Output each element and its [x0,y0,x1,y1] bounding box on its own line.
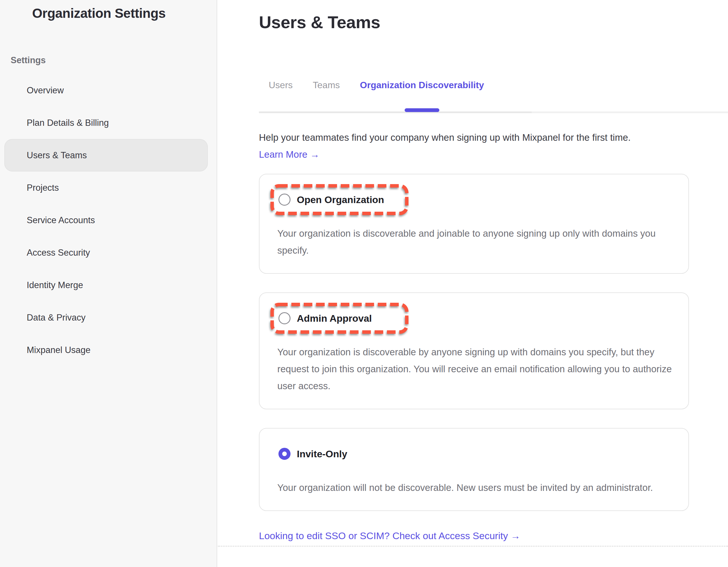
radio-admin-approval[interactable] [278,312,291,324]
access-security-link[interactable]: Looking to edit SSO or SCIM? Check out A… [259,530,520,541]
tab-label: Organization Discoverability [360,80,484,90]
sidebar-item-plan-details-billing[interactable]: Plan Details & Billing [4,107,208,139]
option-label-admin-approval[interactable]: Admin Approval [297,313,372,324]
page-title: Users & Teams [259,12,689,33]
option-card-invite-only: Invite-Only Your organization will not b… [259,428,689,511]
sidebar-item-projects[interactable]: Projects [4,171,208,204]
option-label-invite-only[interactable]: Invite-Only [297,448,347,460]
settings-sidebar: Organization Settings Settings Overview … [0,0,217,567]
sidebar-item-mixpanel-usage[interactable]: Mixpanel Usage [4,334,208,366]
tab-bar: Users Teams Organization Discoverability [259,79,689,91]
active-tab-indicator [404,108,439,112]
sidebar-item-access-security[interactable]: Access Security [4,236,208,269]
sidebar-item-service-accounts[interactable]: Service Accounts [4,204,208,236]
radio-row-open-organization[interactable]: Open Organization [270,184,408,215]
learn-more-link[interactable]: Learn More → [259,149,320,160]
radio-open-organization[interactable] [278,193,291,206]
sidebar-nav: Overview Plan Details & Billing Users & … [0,74,216,366]
option-label-open-organization[interactable]: Open Organization [297,194,384,205]
radio-invite-only[interactable] [278,448,291,460]
sidebar-item-identity-merge[interactable]: Identity Merge [4,269,208,301]
radio-row-admin-approval[interactable]: Admin Approval [270,303,408,334]
sidebar-section-label: Settings [11,55,216,65]
users-teams-page: Users & Teams Users Teams Organization D… [217,0,728,567]
discoverability-intro-text: Help your teammates find your company wh… [259,131,689,144]
bottom-dotted-divider [218,546,728,547]
option-description-invite-only: Your organization will not be discoverab… [277,479,677,496]
sidebar-item-data-privacy[interactable]: Data & Privacy [4,301,208,334]
tab-organization-discoverability[interactable]: Organization Discoverability [360,79,484,91]
option-description-admin-approval: Your organization is discoverable by any… [277,344,677,394]
option-card-admin-approval: Admin Approval Your organization is disc… [259,293,689,409]
option-description-open-organization: Your organization is discoverable and jo… [277,225,677,259]
tab-divider-line [259,111,728,113]
radio-row-invite-only[interactable]: Invite-Only [270,438,408,469]
tab-teams[interactable]: Teams [313,79,340,91]
sidebar-item-users-teams[interactable]: Users & Teams [4,139,208,171]
sidebar-item-overview[interactable]: Overview [4,74,208,107]
sidebar-title: Organization Settings [0,0,216,20]
tab-users[interactable]: Users [269,79,293,91]
option-card-open-organization: Open Organization Your organization is d… [259,174,689,274]
